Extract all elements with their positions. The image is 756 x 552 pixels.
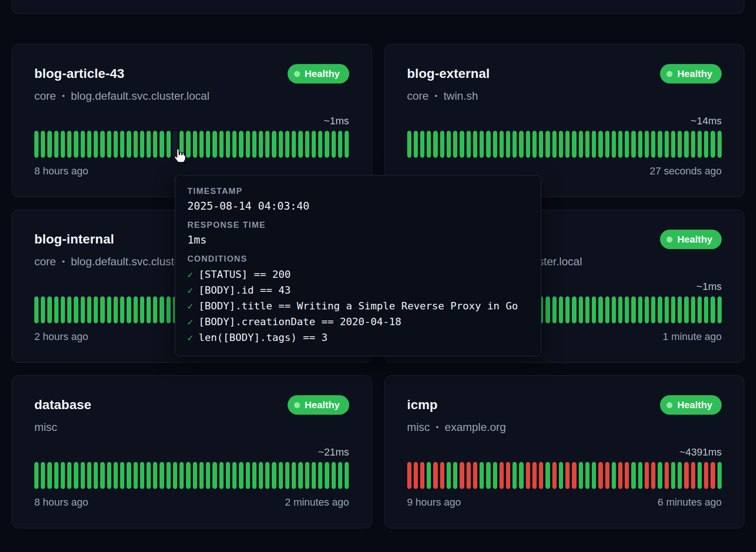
result-bar-success[interactable] — [47, 296, 51, 323]
result-bar-success[interactable] — [631, 296, 635, 323]
result-bar-success[interactable] — [718, 131, 722, 158]
result-bar-success[interactable] — [519, 131, 523, 158]
result-bar-success[interactable] — [212, 131, 217, 158]
result-bar-success[interactable] — [486, 131, 490, 158]
result-bar-success[interactable] — [292, 131, 296, 158]
result-bar-success[interactable] — [433, 131, 437, 158]
result-bar-success[interactable] — [559, 462, 563, 489]
result-bar-failure[interactable] — [704, 462, 708, 489]
result-bar-success[interactable] — [140, 462, 144, 489]
result-bar-success[interactable] — [332, 131, 336, 158]
result-bar-success[interactable] — [698, 131, 702, 158]
result-bar-failure[interactable] — [552, 462, 557, 489]
previous-endpoint-card-partial[interactable] — [12, 0, 744, 14]
result-bar-success[interactable] — [127, 462, 131, 489]
result-bar-success[interactable] — [579, 462, 583, 489]
result-bar-success[interactable] — [598, 131, 602, 158]
result-bar-success[interactable] — [239, 462, 243, 489]
result-bar-success[interactable] — [153, 462, 157, 489]
result-bar-success[interactable] — [41, 296, 45, 323]
result-bar-success[interactable] — [645, 131, 649, 158]
result-bar-success[interactable] — [114, 296, 118, 323]
result-bar-success[interactable] — [500, 131, 504, 158]
result-bar-success[interactable] — [698, 462, 702, 489]
result-bar-success[interactable] — [206, 131, 210, 158]
result-bar-success[interactable] — [440, 131, 444, 158]
result-bar-success[interactable] — [67, 131, 71, 158]
result-bar-failure[interactable] — [467, 462, 471, 489]
result-bar-success[interactable] — [134, 131, 138, 158]
result-bar-success[interactable] — [711, 131, 715, 158]
result-bar-success[interactable] — [232, 462, 237, 489]
result-bar-success[interactable] — [167, 296, 171, 323]
result-bar-success[interactable] — [598, 296, 602, 323]
result-bar-success[interactable] — [559, 296, 563, 323]
result-bar-failure[interactable] — [414, 462, 418, 489]
result-bar-success[interactable] — [74, 296, 78, 323]
result-bar-success[interactable] — [318, 462, 322, 489]
result-bar-success[interactable] — [167, 462, 171, 489]
result-bar-success[interactable] — [160, 131, 164, 158]
result-bar-success[interactable] — [625, 131, 629, 158]
result-bar-success[interactable] — [279, 131, 283, 158]
result-bar-success[interactable] — [173, 462, 177, 489]
result-bar-success[interactable] — [545, 296, 550, 323]
result-bar-success[interactable] — [127, 296, 131, 323]
result-bar-success[interactable] — [453, 131, 457, 158]
result-bar-success[interactable] — [285, 131, 289, 158]
result-bar-failure[interactable] — [645, 462, 649, 489]
result-bar-success[interactable] — [81, 462, 85, 489]
result-bar-success[interactable] — [420, 131, 424, 158]
result-bar-success[interactable] — [94, 462, 98, 489]
result-bar-success[interactable] — [678, 131, 682, 158]
result-bar-success[interactable] — [579, 296, 583, 323]
result-bar-success[interactable] — [592, 296, 596, 323]
result-bar-success[interactable] — [61, 131, 65, 158]
result-bar-success[interactable] — [513, 462, 517, 489]
result-bar-failure[interactable] — [506, 462, 510, 489]
result-bar-success[interactable] — [153, 296, 157, 323]
result-bar-success[interactable] — [519, 462, 523, 489]
result-bar-success[interactable] — [259, 131, 263, 158]
result-bar-success[interactable] — [226, 462, 230, 489]
result-bar-success[interactable] — [513, 131, 517, 158]
result-bar-success[interactable] — [54, 296, 58, 323]
result-bar-success[interactable] — [526, 131, 530, 158]
result-bar-success[interactable] — [559, 131, 563, 158]
result-bar-success[interactable] — [704, 131, 708, 158]
result-bar-failure[interactable] — [473, 462, 477, 489]
result-bar-success[interactable] — [107, 462, 111, 489]
result-bar-success[interactable] — [246, 462, 250, 489]
result-bar-success[interactable] — [279, 462, 283, 489]
result-bar-success[interactable] — [226, 131, 230, 158]
result-bar-success[interactable] — [658, 131, 662, 158]
result-bar-success[interactable] — [292, 462, 296, 489]
result-bar-success[interactable] — [61, 296, 65, 323]
result-bar-success[interactable] — [147, 462, 151, 489]
result-bar-success[interactable] — [305, 131, 309, 158]
result-bar-success[interactable] — [312, 131, 316, 158]
result-bar-success[interactable] — [612, 131, 616, 158]
result-bar-success[interactable] — [651, 131, 655, 158]
result-bar-success[interactable] — [325, 462, 329, 489]
result-bar-success[interactable] — [193, 462, 197, 489]
result-bar-success[interactable] — [114, 131, 118, 158]
result-bar-success[interactable] — [447, 462, 451, 489]
result-bar-success[interactable] — [199, 462, 204, 489]
result-bar-success[interactable] — [338, 131, 342, 158]
result-bar-failure[interactable] — [407, 462, 411, 489]
result-bar-success[interactable] — [318, 131, 322, 158]
result-bar-success[interactable] — [592, 462, 596, 489]
result-bar-success[interactable] — [54, 131, 58, 158]
result-bar-success[interactable] — [638, 462, 642, 489]
result-bar-success[interactable] — [94, 131, 98, 158]
result-bar-success[interactable] — [160, 296, 164, 323]
result-bar-success[interactable] — [552, 131, 557, 158]
result-bar-success[interactable] — [54, 462, 58, 489]
result-bar-success[interactable] — [305, 462, 309, 489]
result-bar-success[interactable] — [585, 462, 589, 489]
result-bar-failure[interactable] — [684, 462, 688, 489]
result-bar-success[interactable] — [427, 462, 431, 489]
result-bar-success[interactable] — [81, 131, 85, 158]
result-bar-failure[interactable] — [665, 462, 669, 489]
